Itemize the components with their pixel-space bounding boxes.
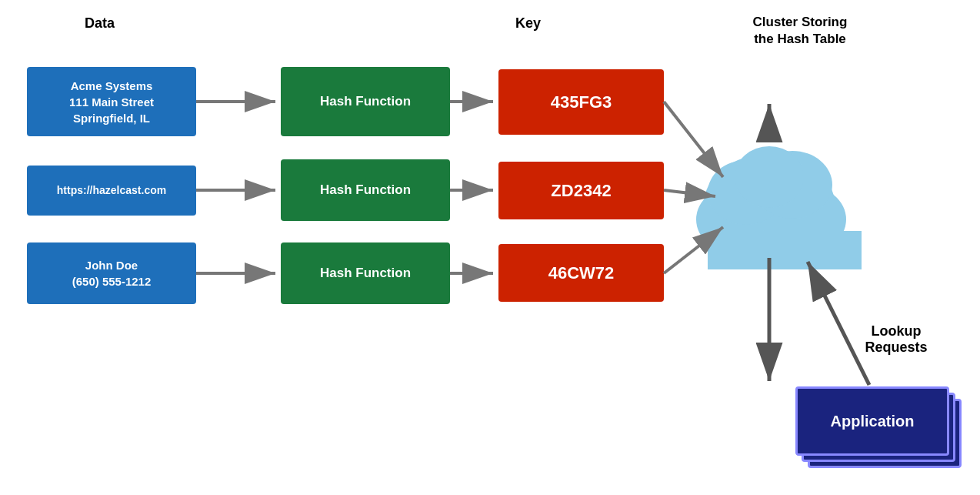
data-text-1: Acme Systems111 Main StreetSpringfield, …: [69, 78, 154, 126]
key-value-1: 435FG3: [551, 92, 612, 112]
data-text-3: John Doe(650) 555-1212: [72, 257, 152, 289]
cloud-shape: [696, 146, 862, 269]
arrow-key2-cloud: [664, 190, 715, 196]
hash-text-2: Hash Function: [320, 182, 411, 198]
data-box-2: https://hazelcast.com: [27, 166, 196, 216]
app-card-front: Application: [795, 386, 949, 456]
svg-point-7: [735, 146, 804, 208]
data-box-1: Acme Systems111 Main StreetSpringfield, …: [27, 67, 196, 136]
data-text-2: https://hazelcast.com: [57, 183, 166, 199]
hash-text-3: Hash Function: [320, 266, 411, 281]
header-data: Data: [85, 15, 115, 32]
svg-point-4: [762, 185, 846, 254]
arrow-key3-cloud: [664, 227, 723, 273]
svg-point-2: [704, 154, 835, 254]
header-key: Key: [515, 15, 541, 32]
key-value-3: 46CW72: [548, 263, 615, 283]
key-box-1: 435FG3: [498, 69, 664, 135]
key-box-2: ZD2342: [498, 162, 664, 219]
diagram-container: Data Key Acme Systems111 Main StreetSpri…: [0, 0, 980, 495]
app-label: Application: [831, 413, 915, 430]
svg-rect-8: [708, 231, 862, 269]
data-box-3: John Doe(650) 555-1212: [27, 242, 196, 304]
hash-box-2: Hash Function: [281, 159, 450, 221]
arrow-key1-cloud: [664, 102, 723, 177]
hash-box-3: Hash Function: [281, 242, 450, 304]
svg-point-3: [696, 185, 781, 254]
svg-point-6: [752, 151, 832, 219]
hash-text-1: Hash Function: [320, 94, 411, 109]
hash-box-1: Hash Function: [281, 67, 450, 136]
lookup-label: LookupRequests: [846, 323, 946, 356]
svg-point-5: [708, 160, 785, 225]
key-value-2: ZD2342: [551, 181, 611, 201]
key-box-3: 46CW72: [498, 244, 664, 302]
cluster-header: Cluster Storingthe Hash Table: [723, 14, 877, 48]
